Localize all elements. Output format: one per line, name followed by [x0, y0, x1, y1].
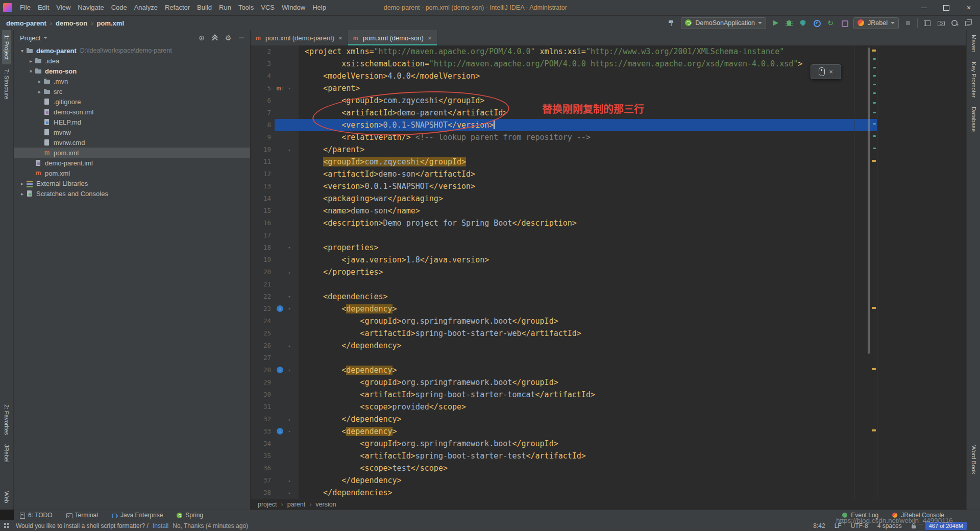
tool-tab-key-promoter[interactable]: Key Promoter: [969, 57, 978, 102]
maximize-icon[interactable]: [935, 0, 958, 15]
fold-marker[interactable]: ▴: [286, 266, 293, 278]
code-line-27[interactable]: 27: [251, 352, 877, 364]
popup-close-icon[interactable]: ×: [829, 68, 833, 76]
stripe-mark[interactable]: [872, 307, 876, 309]
tree-item-demo-parent-iml[interactable]: demo-parent.iml: [14, 158, 250, 168]
editor-breadcrumb-version[interactable]: version: [315, 501, 336, 508]
code-line-35[interactable]: 35 <artifactId>spring-boot-starter-test<…: [251, 450, 877, 462]
capture-icon[interactable]: [936, 18, 945, 28]
tree-item-external-libraries[interactable]: ▸External Libraries: [14, 178, 250, 188]
tree-item-demo-son-iml[interactable]: demo-son.iml: [14, 107, 250, 117]
project-panel-header[interactable]: Project: [14, 30, 250, 45]
code-line-18[interactable]: 18▾ <properties>: [251, 242, 877, 254]
code-line-5[interactable]: 5▾ <parent>: [251, 82, 877, 94]
code-line-19[interactable]: 19 <java.version>1.8</java.version>: [251, 254, 877, 266]
code-line-4[interactable]: 4 <modelVersion>4.0.0</modelVersion>: [251, 70, 877, 82]
dependency-gutter-icon[interactable]: [276, 427, 284, 436]
search-everywhere-icon[interactable]: [950, 18, 959, 28]
tree-expand-icon[interactable]: ▾: [19, 48, 26, 54]
code-line-32[interactable]: 32▴ </dependency>: [251, 413, 877, 425]
stripe-mark[interactable]: [873, 102, 876, 104]
stripe-mark[interactable]: [873, 84, 876, 85]
menu-help[interactable]: Help: [309, 0, 330, 15]
stripe-mark[interactable]: [873, 92, 876, 94]
menu-view[interactable]: View: [53, 0, 74, 15]
fold-marker[interactable]: ▴: [286, 487, 293, 499]
maven-parent-icon[interactable]: [276, 84, 284, 92]
fold-marker[interactable]: ▴: [286, 413, 293, 425]
code-line-31[interactable]: 31 <scope>provided</scope>: [251, 401, 877, 413]
tool-window-switcher-icon[interactable]: [4, 522, 11, 529]
tool-tab-database[interactable]: Database: [969, 102, 978, 136]
tree-item-gitignore[interactable]: .gitignore: [14, 96, 250, 107]
stripe-mark[interactable]: [873, 123, 876, 125]
tree-expand-icon[interactable]: ▸: [28, 58, 34, 64]
tool-tab-2-favorites[interactable]: 2: Favorites: [2, 400, 11, 440]
menu-refactor[interactable]: Refactor: [161, 0, 193, 15]
code-line-23[interactable]: 23▾ <dependency>: [251, 303, 877, 315]
floating-popup[interactable]: ×: [811, 64, 841, 79]
jrebel-select[interactable]: JRebel: [853, 17, 899, 29]
coverage-icon[interactable]: [798, 18, 807, 28]
code-line-10[interactable]: 10▴ </parent>: [251, 143, 877, 156]
breadcrumb-item-demo-son[interactable]: demo-son: [56, 19, 87, 27]
code-line-36[interactable]: 36 <scope>test</scope>: [251, 462, 877, 474]
code-line-14[interactable]: 14 <packaging>war</packaging>: [251, 192, 877, 205]
breadcrumb-item-demo-parent[interactable]: demo-parent: [6, 19, 46, 27]
tree-expand-icon[interactable]: ▾: [28, 68, 34, 74]
close-icon[interactable]: ×: [958, 0, 980, 15]
code-line-8[interactable]: 8 <version>0.0.1-SNAPSHOT</version>: [251, 119, 877, 131]
tree-item-src[interactable]: ▸src: [14, 86, 250, 96]
code-line-30[interactable]: 30 <artifactId>spring-boot-starter-tomca…: [251, 389, 877, 401]
install-link[interactable]: Install: [153, 522, 168, 529]
tool-tab-jrebel[interactable]: JRebel: [2, 440, 11, 467]
tree-expand-icon[interactable]: ▸: [19, 191, 26, 197]
tree-item-demo-parent[interactable]: ▾demo-parentD:\ideal\workspace\demo-pare…: [14, 45, 250, 56]
collapse-all-icon[interactable]: [210, 33, 219, 42]
locate-icon[interactable]: [197, 33, 206, 42]
tab-close-icon[interactable]: ×: [428, 34, 432, 42]
fold-marker[interactable]: ▾: [286, 82, 293, 94]
dependency-gutter-icon[interactable]: [276, 305, 284, 313]
error-stripe[interactable]: [867, 45, 877, 499]
tree-item-scratches-and-consoles[interactable]: ▸Scratches and Consoles: [14, 188, 250, 199]
menu-navigate[interactable]: Navigate: [74, 0, 107, 15]
code-line-16[interactable]: 16 <description>Demo project for Spring …: [251, 217, 877, 229]
tree-item-mvn[interactable]: ▸.mvn: [14, 76, 250, 86]
code-line-12[interactable]: 12 <artifactId>demo-son</artifactId>: [251, 168, 877, 180]
editor-tab-pom-xml-demo-son[interactable]: pom.xml (demo-son)×: [348, 30, 437, 45]
tree-expand-icon[interactable]: ▸: [19, 181, 26, 186]
tool-button-6-todo[interactable]: 6: TODO: [19, 512, 53, 519]
tree-expand-icon[interactable]: ▸: [36, 79, 43, 84]
menu-vcs[interactable]: VCS: [257, 0, 278, 15]
code-line-26[interactable]: 26▴ </dependency>: [251, 340, 877, 352]
tool-tab-web[interactable]: Web: [2, 487, 11, 508]
menu-edit[interactable]: Edit: [34, 0, 53, 15]
tree-expand-icon[interactable]: ▸: [36, 89, 43, 94]
run-configuration-select[interactable]: DemoSonApplication: [681, 17, 766, 29]
tool-tab-maven[interactable]: Maven: [969, 30, 978, 57]
stripe-mark[interactable]: [873, 58, 876, 60]
tree-item-help-md[interactable]: HELP.md: [14, 117, 250, 127]
stripe-mark[interactable]: [873, 135, 876, 137]
code-line-2[interactable]: 2<project xmlns="http://maven.apache.org…: [251, 45, 877, 58]
update-app-icon[interactable]: [826, 18, 835, 28]
code-line-17[interactable]: 17: [251, 229, 877, 242]
tool-tab-7-structure[interactable]: 7: Structure: [2, 64, 11, 104]
stripe-mark[interactable]: [873, 148, 876, 149]
code-line-20[interactable]: 20▴ </properties>: [251, 266, 877, 278]
profiler-icon[interactable]: [812, 18, 821, 28]
menu-tools[interactable]: Tools: [235, 0, 257, 15]
fold-marker[interactable]: ▴: [286, 474, 293, 487]
editor-breadcrumb-project[interactable]: project: [258, 501, 277, 508]
stripe-mark[interactable]: [872, 368, 876, 370]
fold-marker[interactable]: ▾: [286, 291, 293, 303]
stripe-mark[interactable]: [872, 50, 876, 52]
tab-close-icon[interactable]: ×: [338, 34, 342, 42]
stripe-mark[interactable]: [872, 429, 876, 431]
tree-item-pom-xml[interactable]: pom.xml: [14, 168, 250, 178]
fold-marker[interactable]: ▴: [286, 143, 293, 156]
tree-item-demo-son[interactable]: ▾demo-son: [14, 66, 250, 76]
code-line-24[interactable]: 24 <groupId>org.springframework.boot</gr…: [251, 315, 877, 327]
run-icon[interactable]: [771, 18, 780, 28]
